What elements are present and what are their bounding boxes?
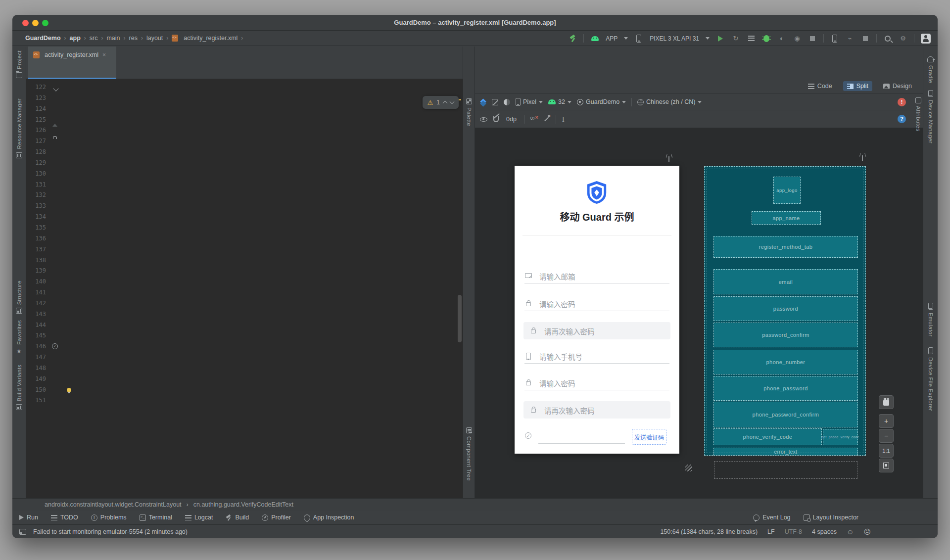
infer-constraints-icon[interactable] — [543, 116, 550, 123]
code-line[interactable]: 126 — [26, 125, 463, 136]
sync-device-icon[interactable] — [832, 35, 837, 43]
stripe-tab-device-file-explorer[interactable]: Device File Explorer — [923, 347, 938, 411]
blueprint-box-email[interactable]: email — [713, 269, 858, 294]
default-margin-selector[interactable]: 0dp — [505, 116, 518, 123]
code-line[interactable]: 141 — [26, 287, 463, 298]
preview-resize-handle[interactable] — [685, 465, 692, 471]
stripe-tab-build-variants[interactable]: Build Variants — [12, 365, 26, 410]
toolwindow-button-logcat[interactable]: Logcat — [185, 514, 213, 521]
blueprint-box-phone_password[interactable]: phone_password — [713, 376, 858, 401]
code-line[interactable]: 143 — [26, 309, 463, 320]
verify-code-row[interactable]: ✓ 发送验证码 — [524, 428, 669, 446]
orientation-icon[interactable] — [492, 99, 498, 105]
code-line[interactable]: 148 — [26, 363, 463, 374]
blueprint-box-get_phone_verify_code[interactable]: get_phone_verify_code — [823, 429, 858, 445]
zoom-reset-button[interactable]: 1:1 — [879, 444, 894, 458]
code-line[interactable]: 144 — [26, 320, 463, 331]
avatar[interactable] — [921, 34, 931, 44]
feedback-frown-icon[interactable]: ☹ — [863, 528, 871, 536]
zoom-in-button[interactable]: + — [879, 414, 894, 428]
stop-icon[interactable] — [810, 36, 815, 41]
code-line[interactable]: 149 — [26, 374, 463, 385]
code-line[interactable]: 133 — [26, 201, 463, 212]
attributes-tab[interactable]: Attributes — [915, 97, 921, 132]
code-editor[interactable]: 1221231241251261271281291301311321331341… — [26, 79, 463, 498]
input-field[interactable]: 请输入密码 — [524, 375, 669, 390]
stripe-tab-project[interactable]: Project — [12, 50, 26, 78]
editor-tab-activity-register[interactable]: activity_register.xml × — [28, 47, 116, 79]
breadcrumb-item[interactable]: res — [129, 35, 138, 42]
quickfix-bulb-icon[interactable] — [67, 388, 71, 392]
feedback-smile-icon[interactable]: ☺ — [847, 528, 854, 536]
component-tree-tab[interactable]: Component Tree — [463, 427, 475, 481]
input-field[interactable]: 请输入邮箱 — [524, 269, 669, 283]
breadcrumb-item[interactable]: GuardDemo — [25, 35, 61, 42]
breadcrumb-item[interactable]: activity_register.xml — [184, 35, 238, 42]
help-badge[interactable]: ? — [898, 115, 906, 123]
attach-debugger-icon[interactable]: ⌁ — [846, 34, 855, 43]
clear-constraints-icon[interactable] — [530, 116, 537, 122]
debug-icon[interactable] — [763, 35, 769, 42]
xml-breadcrumb-item[interactable]: androidx.constraintlayout.widget.Constra… — [45, 501, 182, 508]
file-encoding[interactable]: UTF-8 — [785, 528, 802, 535]
autoconnect-magnet-icon[interactable] — [493, 116, 499, 122]
indent-setting[interactable]: 4 spaces — [812, 528, 837, 535]
toolwindow-button-layout-inspector[interactable]: Layout Inspector — [804, 514, 858, 521]
code-line[interactable]: 131 — [26, 180, 463, 190]
view-options-layers-icon[interactable] — [480, 99, 486, 105]
run-config-selector[interactable]: APP — [606, 35, 618, 42]
toolwindow-button-terminal[interactable]: >_Terminal — [140, 514, 172, 521]
send-verify-code-button[interactable]: 发送验证码 — [632, 429, 666, 445]
coverage-icon[interactable]: ◉ — [793, 34, 802, 43]
code-line[interactable]: 122 — [26, 82, 463, 93]
stripe-tab-gradle[interactable]: Gradle — [923, 56, 938, 83]
stripe-tab-emulator[interactable]: Emulator — [923, 303, 938, 336]
api-chip[interactable]: 32 — [548, 98, 571, 105]
previous-warning-icon[interactable] — [443, 101, 448, 106]
breadcrumb-item[interactable]: app — [70, 35, 81, 42]
toolwindow-button-build[interactable]: Build — [226, 514, 249, 521]
search-icon[interactable] — [885, 36, 891, 42]
locale-chip[interactable]: Chinese (zh / CN) — [637, 98, 702, 105]
pan-icon[interactable]: I — [562, 116, 565, 123]
run-icon[interactable] — [718, 36, 723, 42]
chevron-down-icon[interactable] — [624, 37, 628, 40]
code-line[interactable]: 135 — [26, 223, 463, 233]
input-field[interactable]: 请输入手机号 — [524, 349, 669, 364]
breadcrumb-item[interactable]: main — [106, 35, 120, 42]
close-tab-icon[interactable]: × — [102, 51, 106, 58]
toolwindow-button-event-log[interactable]: Event Log — [753, 514, 790, 521]
zoom-out-button[interactable]: − — [879, 429, 894, 443]
code-line[interactable]: 151 — [26, 395, 463, 406]
toolwindow-button-problems[interactable]: !Problems — [91, 514, 127, 521]
code-line[interactable]: 142 — [26, 298, 463, 309]
next-warning-icon[interactable] — [450, 99, 455, 104]
blueprint-box-app_logo[interactable]: app_logo — [773, 177, 801, 204]
code-line[interactable]: 145 — [26, 330, 463, 341]
blueprint-box-app_name[interactable]: app_name — [752, 211, 821, 225]
blueprint-device[interactable]: app_logoapp_nameregister_method_tabemail… — [704, 166, 866, 456]
code-line[interactable]: 137 — [26, 244, 463, 255]
night-mode-icon[interactable] — [504, 99, 510, 105]
input-field[interactable]: 请再次输入密码 — [523, 322, 670, 339]
tool-window-switcher-icon[interactable] — [19, 529, 26, 535]
code-line[interactable]: 134 — [26, 212, 463, 223]
line-ending[interactable]: LF — [767, 528, 775, 535]
xml-breadcrumb-item[interactable]: cn.authing.guard.VerifyCodeEditText — [193, 501, 293, 508]
view-tab-code[interactable]: Code — [804, 81, 836, 91]
breadcrumb-item[interactable]: src — [90, 35, 98, 42]
toolwindow-button-app-inspection[interactable]: App Inspection — [304, 514, 354, 521]
blueprint-box-error_text[interactable]: error_text — [713, 448, 858, 456]
blueprint-box-password[interactable]: password — [713, 296, 858, 321]
code-line[interactable]: 150 — [26, 385, 463, 396]
zoom-to-fit-button[interactable] — [879, 459, 894, 472]
caret-position[interactable]: 150:64 (1384 chars, 28 line breaks) — [660, 528, 758, 535]
code-line[interactable]: 139 — [26, 266, 463, 277]
view-tab-design[interactable]: Design — [879, 81, 916, 91]
capture-icon[interactable] — [863, 36, 868, 41]
stripe-tab-device-manager[interactable]: Device Manager — [923, 90, 938, 143]
code-line[interactable]: 128 — [26, 147, 463, 158]
stripe-tab-structure[interactable]: Structure — [12, 280, 26, 314]
input-field[interactable]: 请输入密码 — [524, 296, 669, 311]
code-line[interactable]: 138 — [26, 255, 463, 266]
